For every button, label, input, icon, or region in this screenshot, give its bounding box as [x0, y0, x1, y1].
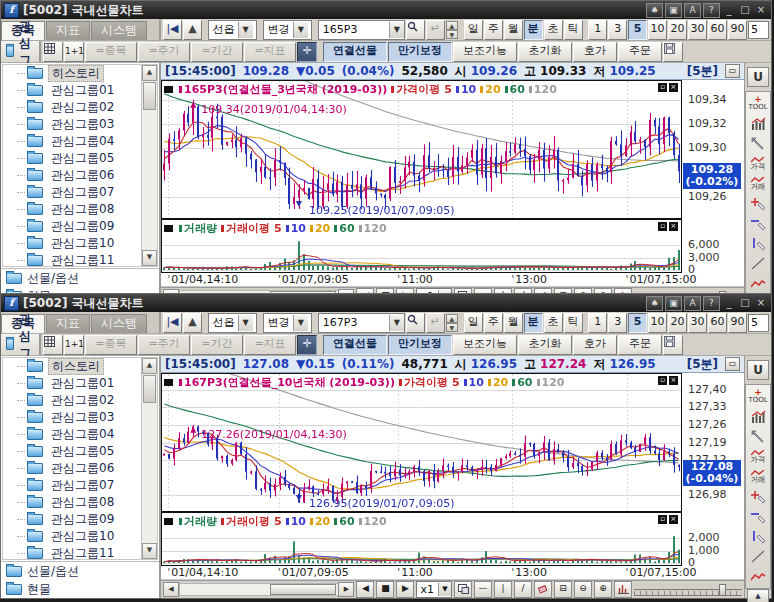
- tree-item[interactable]: 관심그룹08: [3, 494, 157, 511]
- layout-grid-button[interactable]: [43, 42, 63, 62]
- pane-restore-icon[interactable]: ▫: [658, 83, 667, 92]
- market-select[interactable]: 선옵 ▼: [208, 20, 257, 40]
- period-week-button[interactable]: 주: [484, 20, 503, 40]
- chart-type-button[interactable]: [748, 407, 768, 426]
- tree-item[interactable]: 관심그룹03: [3, 116, 157, 133]
- price-plot[interactable]: 165P3(연결선물_3년국채 (2019-03)) 가격이평 5 10 20 …: [161, 80, 682, 219]
- pane-handle-icon[interactable]: [164, 518, 173, 525]
- pane-handle-icon[interactable]: [164, 86, 173, 93]
- tool-menu-button[interactable]: +TOOL: [748, 387, 768, 406]
- remove-drawing-button[interactable]: [748, 507, 768, 526]
- period-tick-button[interactable]: 틱: [564, 313, 583, 333]
- symbol-spinner[interactable]: ▲▼: [446, 21, 458, 39]
- pane-close-icon[interactable]: ×: [669, 222, 678, 231]
- reset-button[interactable]: 초기화: [518, 42, 572, 62]
- interval-input[interactable]: 5: [748, 21, 769, 39]
- tree-item[interactable]: 관심그룹07: [3, 477, 157, 494]
- chevron-down-icon[interactable]: ▼: [238, 315, 253, 331]
- curve-drawing-button[interactable]: [748, 274, 768, 293]
- tree-item[interactable]: 관심그룹03: [3, 409, 157, 426]
- horizontal-scrollbar[interactable]: ◀ ▶: [163, 583, 354, 596]
- tree-item-history[interactable]: 히스토리: [3, 358, 157, 375]
- tree-item[interactable]: 관심그룹06: [3, 460, 157, 477]
- maximize-button[interactable]: □: [738, 4, 752, 16]
- interval-30-button[interactable]: 30: [688, 20, 707, 40]
- period-minute-button[interactable]: 분: [524, 313, 543, 333]
- interval-60-button[interactable]: 60: [708, 313, 727, 333]
- statusbar-settings-icon[interactable]: ▭: [725, 357, 740, 371]
- period-minute-button[interactable]: 분: [524, 20, 543, 40]
- expiry-adjust-button[interactable]: 만기보정: [388, 335, 452, 355]
- pane-restore-icon[interactable]: ▫: [658, 376, 667, 385]
- help-icon[interactable]: ?: [703, 296, 720, 311]
- u-button[interactable]: U: [747, 360, 769, 380]
- interval-1-button[interactable]: 1: [588, 313, 607, 333]
- symbol-input[interactable]: 167P3: [323, 316, 386, 329]
- tree-item[interactable]: 관심그룹01: [3, 375, 157, 392]
- tree-item[interactable]: 관심그룹08: [3, 201, 157, 218]
- tree-item[interactable]: 관심그룹09: [3, 511, 157, 528]
- minimize-button[interactable]: _: [722, 297, 736, 309]
- vline-drawing-button[interactable]: [748, 527, 768, 546]
- link-symbol-icon[interactable]: ♠: [646, 3, 663, 18]
- zoom-in-button[interactable]: ⊕: [594, 581, 612, 598]
- trendline-tool-button[interactable]: /: [514, 581, 532, 598]
- interval-60-button[interactable]: 60: [708, 20, 727, 40]
- period-tick-button[interactable]: 틱: [564, 20, 583, 40]
- trade-indicator-button[interactable]: 거래: [748, 467, 768, 486]
- pane-close-icon[interactable]: ×: [669, 376, 678, 385]
- link-symbol-icon[interactable]: ♠: [646, 296, 663, 311]
- hline-tool-button[interactable]: —: [474, 581, 492, 598]
- vline-drawing-button[interactable]: [748, 234, 768, 253]
- reset-button[interactable]: 초기화: [518, 335, 572, 355]
- volume-plot[interactable]: 거래량 거래이평 5 10 20 60 120 ▫ ×: [161, 219, 682, 273]
- period-month-button[interactable]: 월: [504, 20, 523, 40]
- scroll-down-icon[interactable]: ▼: [142, 250, 157, 266]
- order-button[interactable]: 주문: [618, 42, 662, 62]
- tree-item[interactable]: 관심그룹04: [3, 426, 157, 443]
- symbol-up-button[interactable]: ▲: [183, 313, 202, 333]
- pane-restore-icon[interactable]: ▫: [658, 222, 667, 231]
- change-select[interactable]: 변경 ▼: [263, 20, 312, 40]
- tree-item-spot[interactable]: 현물: [1, 580, 159, 598]
- period-day-button[interactable]: 일: [464, 20, 483, 40]
- interval-20-button[interactable]: 20: [668, 20, 687, 40]
- tree-item[interactable]: 관심그룹10: [3, 235, 157, 252]
- stop-button[interactable]: ■: [376, 581, 394, 598]
- order-button[interactable]: 주문: [618, 335, 662, 355]
- interval-10-button[interactable]: 10: [648, 20, 667, 40]
- tab-indicator[interactable]: 지표: [46, 21, 90, 40]
- screen-capture-icon[interactable]: ▣: [665, 3, 682, 18]
- add-drawing-button[interactable]: [748, 487, 768, 506]
- interval-1-button[interactable]: 1: [588, 20, 607, 40]
- zoom-slider[interactable]: [634, 584, 742, 596]
- interval-3-button[interactable]: 3: [608, 313, 627, 333]
- search-button[interactable]: [406, 313, 425, 333]
- interval-20-button[interactable]: 20: [668, 313, 687, 333]
- chevron-down-icon[interactable]: ▼: [438, 583, 451, 596]
- speed-select[interactable]: x1 ▼: [416, 581, 452, 598]
- chevron-down-icon[interactable]: ▼: [238, 22, 253, 38]
- one-plus-one-button[interactable]: 1+1: [64, 335, 84, 355]
- chevron-down-icon[interactable]: ▼: [293, 315, 308, 331]
- interval-3-button[interactable]: 3: [608, 20, 627, 40]
- save-button[interactable]: [663, 42, 683, 62]
- tree-item[interactable]: 관심그룹07: [3, 184, 157, 201]
- tree-item[interactable]: 관심그룹01: [3, 82, 157, 99]
- vline-tool-button[interactable]: |: [494, 581, 512, 598]
- linked-futures-button[interactable]: 연결선물: [323, 42, 387, 62]
- price-indicator-button[interactable]: 가격: [748, 154, 768, 173]
- line-drawing-button[interactable]: [748, 547, 768, 566]
- maximize-button[interactable]: □: [738, 297, 752, 309]
- quote-button[interactable]: 호가: [573, 335, 617, 355]
- tree-item[interactable]: 관심그룹05: [3, 150, 157, 167]
- tree-item[interactable]: 관심그룹04: [3, 133, 157, 150]
- tree-scrollbar[interactable]: ▲ ▼: [141, 358, 157, 559]
- market-select[interactable]: 선옵 ▼: [208, 313, 257, 333]
- tools-scroll-up-icon[interactable]: ▲: [747, 589, 769, 602]
- aux-function-button[interactable]: 보조기능: [453, 42, 517, 62]
- u-button[interactable]: U: [747, 67, 769, 87]
- pane-handle-icon[interactable]: [164, 225, 173, 232]
- interval-10-button[interactable]: 10: [648, 313, 667, 333]
- scroll-down-icon[interactable]: ▼: [142, 543, 157, 559]
